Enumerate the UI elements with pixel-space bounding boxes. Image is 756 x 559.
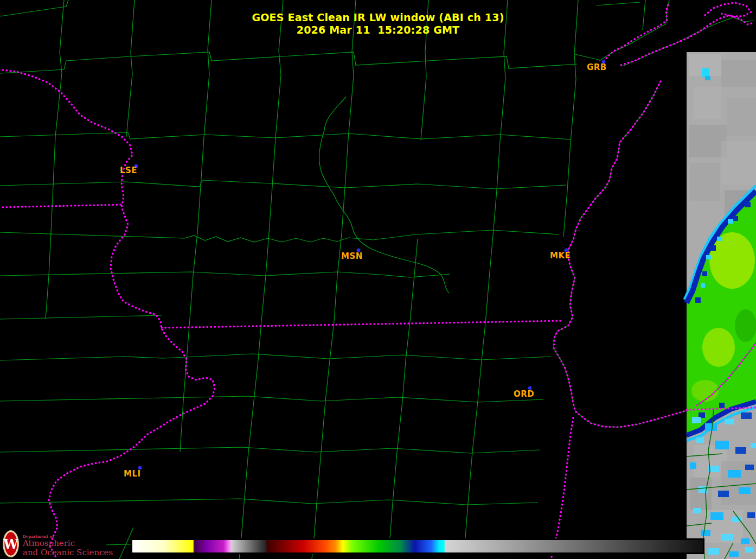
map-overlay <box>0 0 756 559</box>
state-borders <box>0 3 756 559</box>
uw-crest-icon: W <box>2 530 20 558</box>
crest-monogram: W <box>3 536 19 552</box>
station-label: GRB <box>587 62 607 72</box>
station-label: ORD <box>514 389 534 399</box>
logo-line3: and Oceanic Sciences <box>23 548 113 557</box>
uw-aos-logo: W Department of Atmospheric and Oceanic … <box>2 530 113 558</box>
image-timestamp: 2026 Mar 11 15:20:28 GMT <box>0 24 756 36</box>
station-label: LSE <box>120 166 137 175</box>
ir-temperature-colorbar <box>132 540 703 552</box>
cloud-band <box>684 52 756 559</box>
station-label: MKE <box>550 251 571 261</box>
station-label: MLI <box>124 469 141 479</box>
uw-aos-logo-text: Department of Atmospheric and Oceanic Sc… <box>23 530 113 557</box>
image-title-block: GOES East Clean IR LW window (ABI ch 13)… <box>0 11 756 36</box>
image-title: GOES East Clean IR LW window (ABI ch 13) <box>0 11 756 24</box>
station-label: MSN <box>341 251 363 261</box>
logo-line2: Atmospheric <box>23 539 113 548</box>
goes-satellite-image: GOES East Clean IR LW window (ABI ch 13)… <box>0 0 756 559</box>
